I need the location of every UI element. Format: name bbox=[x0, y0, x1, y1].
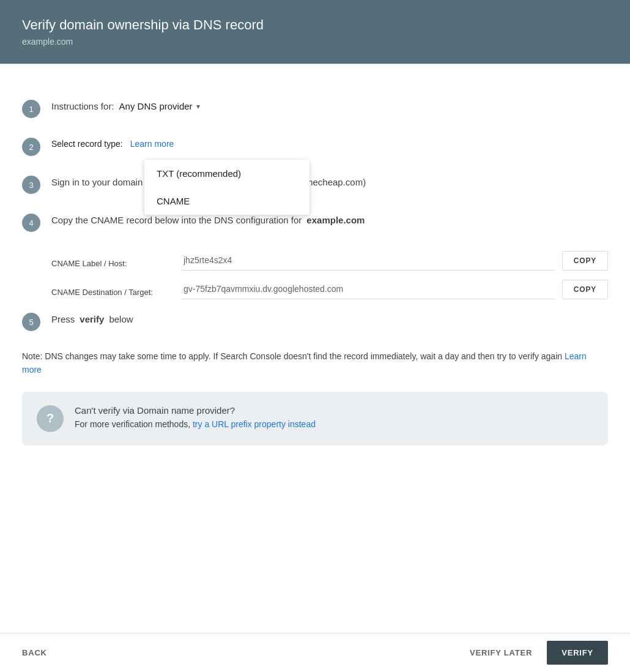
step-4-label-bold: example.com bbox=[306, 215, 365, 225]
back-button[interactable]: BACK bbox=[22, 648, 47, 657]
step-5-number: 5 bbox=[22, 313, 40, 331]
page-subtitle: example.com bbox=[22, 37, 608, 47]
record-type-dropdown-menu: TXT (recommended) CNAME bbox=[144, 160, 309, 215]
header: Verify domain ownership via DNS record e… bbox=[0, 0, 630, 64]
copy-dest-button[interactable]: COPY bbox=[562, 280, 608, 299]
verify-later-button[interactable]: VERIFY LATER bbox=[470, 648, 532, 657]
step-3: 3 Sign in to your domain name provider (… bbox=[22, 174, 608, 194]
step-1-label-prefix: Instructions for: bbox=[51, 101, 114, 111]
step-5: 5 Press verify below bbox=[22, 312, 608, 331]
footer-right: VERIFY LATER VERIFY bbox=[470, 641, 608, 665]
step-3-content: Sign in to your domain name provider (e.… bbox=[51, 174, 608, 187]
step-1-number: 1 bbox=[22, 100, 40, 118]
step-2-number: 2 bbox=[22, 138, 40, 156]
url-prefix-link[interactable]: try a URL prefix property instead bbox=[193, 419, 316, 429]
step-1: 1 Instructions for: Any DNS provider ▾ bbox=[22, 99, 608, 118]
cname-dest-row: CNAME Destination / Target: COPY bbox=[51, 279, 608, 299]
question-icon: ? bbox=[37, 405, 64, 432]
cname-dest-input[interactable] bbox=[181, 279, 555, 299]
step-5-prefix: Press bbox=[51, 314, 75, 324]
cname-host-label: CNAME Label / Host: bbox=[51, 253, 174, 268]
info-box-prefix: For more verification methods, bbox=[75, 419, 193, 429]
step-5-suffix: below bbox=[109, 314, 133, 324]
step-4-label: Copy the CNAME record below into the DNS… bbox=[51, 215, 608, 225]
step-2-label-row: Select record type: Learn more bbox=[51, 139, 608, 149]
step-5-content: Press verify below bbox=[51, 312, 608, 324]
info-box-text: Can't verify via Domain name provider? F… bbox=[75, 405, 316, 429]
verify-button[interactable]: VERIFY bbox=[547, 641, 608, 665]
step-4-content: Copy the CNAME record below into the DNS… bbox=[51, 212, 608, 225]
cname-host-row: CNAME Label / Host: COPY bbox=[51, 250, 608, 271]
cname-dest-label: CNAME Destination / Target: bbox=[51, 282, 174, 297]
step-1-label: Instructions for: Any DNS provider ▾ bbox=[51, 101, 608, 111]
copy-host-button[interactable]: COPY bbox=[562, 251, 608, 271]
step-2-content: Select record type: Learn more bbox=[51, 136, 608, 149]
main-content: 1 Instructions for: Any DNS provider ▾ 2… bbox=[0, 79, 630, 331]
dns-provider-value: Any DNS provider bbox=[119, 101, 193, 111]
info-box-body: For more verification methods, try a URL… bbox=[75, 419, 316, 429]
info-box: ? Can't verify via Domain name provider?… bbox=[22, 392, 608, 446]
step-2: 2 Select record type: Learn more TXT (re… bbox=[22, 136, 608, 156]
step-2-label-prefix: Select record type: bbox=[51, 139, 123, 149]
footer: BACK VERIFY LATER VERIFY bbox=[0, 633, 630, 672]
learn-more-link-1[interactable]: Learn more bbox=[130, 139, 174, 149]
dropdown-item-cname[interactable]: CNAME bbox=[144, 187, 309, 215]
cname-fields: CNAME Label / Host: COPY CNAME Destinati… bbox=[51, 250, 608, 299]
info-box-title: Can't verify via Domain name provider? bbox=[75, 405, 316, 416]
page-title: Verify domain ownership via DNS record bbox=[22, 17, 608, 33]
step-5-bold: verify bbox=[80, 314, 104, 324]
note-section: Note: DNS changes may take some time to … bbox=[22, 349, 608, 377]
step-1-content: Instructions for: Any DNS provider ▾ bbox=[51, 99, 608, 111]
dropdown-item-txt[interactable]: TXT (recommended) bbox=[144, 160, 309, 187]
note-text: Note: DNS changes may take some time to … bbox=[22, 351, 565, 361]
step-5-label: Press verify below bbox=[51, 314, 608, 324]
step-4-number: 4 bbox=[22, 214, 40, 232]
step-3-number: 3 bbox=[22, 176, 40, 194]
step-4: 4 Copy the CNAME record below into the D… bbox=[22, 212, 608, 232]
step-3-label: Sign in to your domain name provider (e.… bbox=[51, 177, 608, 187]
dns-provider-dropdown[interactable]: Any DNS provider ▾ bbox=[119, 101, 200, 111]
cname-host-input[interactable] bbox=[181, 250, 555, 271]
step-4-label-prefix: Copy the CNAME record below into the DNS… bbox=[51, 215, 302, 225]
chevron-down-icon: ▾ bbox=[196, 102, 200, 111]
